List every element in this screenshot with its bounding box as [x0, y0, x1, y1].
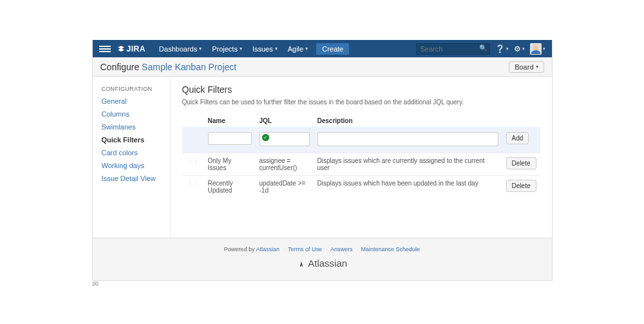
caret-down-icon: ▾	[522, 46, 525, 52]
filter-jql: assignee = currentUser()	[256, 153, 314, 176]
delete-filter-button[interactable]: Delete	[506, 157, 536, 169]
sidebar-item-card-colors: Card colors	[102, 149, 165, 157]
filter-name: Only My Issues	[204, 153, 256, 176]
gear-icon: ⚙	[514, 44, 521, 53]
filter-desc: Displays issues which are currently assi…	[314, 153, 502, 176]
avatar	[530, 43, 542, 55]
footer-link-terms[interactable]: Terms of Use	[288, 246, 322, 253]
sidebar-link[interactable]: Columns	[102, 110, 129, 118]
sidebar-link[interactable]: Issue Detail View	[102, 175, 156, 182]
filter-desc: Displays issues which have been updated …	[314, 176, 502, 198]
new-filter-name-input[interactable]	[208, 132, 252, 145]
caret-down-icon: ▾	[543, 46, 545, 52]
page-title: Configure Sample Kanban Project	[100, 62, 237, 72]
col-jql-header: JQL	[256, 115, 314, 127]
top-navbar: JIRA Dashboards▾ Projects▾ Issues▾ Agile…	[93, 40, 552, 57]
sidebar-item-quick-filters: Quick Filters	[102, 136, 165, 144]
caret-down-icon: ▾	[536, 64, 538, 70]
create-button[interactable]: Create	[316, 43, 349, 55]
feedback-icon[interactable]: ✉	[92, 280, 99, 289]
drag-handle-icon[interactable]: ⋮⋮	[182, 153, 204, 176]
footer-link-answers[interactable]: Answers	[330, 246, 353, 253]
add-filter-row: ✓ Add	[182, 127, 540, 153]
content-title: Quick Filters	[182, 84, 540, 95]
footer-links: Powered by Atlassian ·Terms of Use ·Answ…	[93, 246, 552, 253]
filter-row: ⋮⋮Only My Issuesassignee = currentUser()…	[182, 153, 540, 176]
search-input[interactable]	[416, 43, 490, 55]
help-icon: ❔	[495, 44, 505, 53]
sidebar-link[interactable]: Quick Filters	[102, 136, 145, 144]
add-filter-button[interactable]: Add	[506, 132, 529, 144]
caret-down-icon: ▾	[275, 46, 278, 52]
user-menu[interactable]: ▾	[530, 43, 545, 55]
search-box: 🔍	[416, 43, 490, 55]
footer-atlassian-link[interactable]: Atlassian	[256, 246, 279, 253]
new-filter-desc-input[interactable]	[317, 132, 498, 146]
jql-valid-icon: ✓	[262, 134, 269, 141]
help-menu[interactable]: ❔▾	[495, 44, 509, 53]
sidebar-item-swimlanes: Swimlanes	[102, 123, 165, 131]
footer-brand: Atlassian	[93, 258, 552, 269]
nav-agile[interactable]: Agile▾	[283, 43, 312, 55]
page-header: Configure Sample Kanban Project Board▾	[93, 57, 552, 77]
filter-row: ⋮⋮Recently UpdatedupdatedDate >= -1dDisp…	[182, 176, 540, 198]
col-name-header: Name	[204, 115, 256, 127]
footer-link-maintenance[interactable]: Maintenance Schedule	[361, 246, 421, 253]
hamburger-icon[interactable]	[99, 46, 111, 52]
jira-glyph-icon	[117, 45, 125, 53]
col-desc-header: Description	[314, 115, 502, 127]
content-description: Quick Filters can be used to further fil…	[182, 99, 540, 106]
sidebar-link[interactable]: General	[102, 97, 127, 105]
sidebar-link[interactable]: Swimlanes	[102, 123, 136, 131]
atlassian-icon	[297, 259, 306, 268]
footer: Powered by Atlassian ·Terms of Use ·Answ…	[93, 238, 552, 280]
nav-dashboards[interactable]: Dashboards▾	[155, 43, 206, 55]
sidebar-item-issue-detail-view: Issue Detail View	[102, 175, 165, 182]
caret-down-icon: ▾	[506, 46, 509, 52]
admin-menu[interactable]: ⚙▾	[514, 44, 525, 53]
sidebar-item-columns: Columns	[102, 110, 165, 118]
sidebar-heading: CONFIGURATION	[102, 86, 165, 92]
drag-handle-icon[interactable]: ⋮⋮	[182, 176, 204, 198]
jira-logo[interactable]: JIRA	[117, 44, 146, 53]
sidebar-item-general: General	[102, 97, 165, 105]
nav-issues[interactable]: Issues▾	[248, 43, 282, 55]
delete-filter-button[interactable]: Delete	[506, 180, 536, 192]
caret-down-icon: ▾	[305, 46, 308, 52]
board-dropdown[interactable]: Board▾	[509, 61, 544, 73]
sidebar-link[interactable]: Card colors	[102, 149, 138, 157]
caret-down-icon: ▾	[240, 46, 242, 52]
config-sidebar: CONFIGURATION GeneralColumnsSwimlanesQui…	[93, 77, 170, 238]
project-link[interactable]: Sample Kanban Project	[142, 62, 236, 72]
filters-table: Name JQL Description ✓	[182, 115, 540, 198]
sidebar-item-working-days: Working days	[102, 162, 165, 169]
brand-text: JIRA	[127, 44, 146, 53]
main-content: Quick Filters Quick Filters can be used …	[170, 77, 552, 238]
caret-down-icon: ▾	[199, 46, 202, 52]
nav-projects[interactable]: Projects▾	[207, 43, 247, 55]
sidebar-link[interactable]: Working days	[102, 162, 144, 169]
filter-jql: updatedDate >= -1d	[256, 176, 314, 198]
filter-name: Recently Updated	[204, 176, 256, 198]
nav-menu: Dashboards▾ Projects▾ Issues▾ Agile▾	[155, 43, 312, 55]
